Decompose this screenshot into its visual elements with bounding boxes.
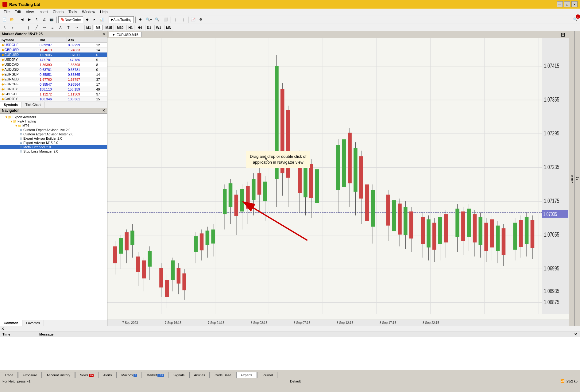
terminal-right-close[interactable]: ✕: [574, 332, 577, 336]
close-button[interactable]: ✕: [571, 1, 578, 7]
folder-icon: ▼📁: [5, 115, 12, 119]
timeframe-W1[interactable]: W1: [154, 25, 163, 30]
nav-item[interactable]: ⚙Custom Expert Advisor Tester 2.0: [0, 132, 107, 136]
market-watch-row[interactable]: ◆GBPUSD 1.24619 1.24633 14: [0, 48, 107, 52]
market-watch-row[interactable]: ◆USDCHF 0.89287 0.89299 12: [0, 43, 107, 48]
new-chart-btn[interactable]: 📄: [1, 16, 8, 23]
market-watch-row[interactable]: ◆EURAUD 1.67760 1.67797 37: [0, 77, 107, 82]
menu-view[interactable]: View: [23, 9, 36, 15]
zoom-in-btn[interactable]: 🔍+: [145, 16, 153, 23]
terminal-tab-trade[interactable]: Trade: [0, 372, 18, 378]
text-tool[interactable]: A: [57, 24, 64, 31]
menu-help[interactable]: Help: [98, 9, 110, 15]
open-btn[interactable]: 📂: [9, 16, 15, 23]
market-watch-row[interactable]: ◆AUDUSD 0.63781 0.63781 0: [0, 67, 107, 72]
forward-btn[interactable]: ▶: [26, 16, 33, 23]
text2-tool[interactable]: T: [65, 24, 72, 31]
crosshair-btn[interactable]: ⊕: [137, 16, 144, 23]
market-watch-row[interactable]: ◆EURUSD 1.07005 1.07011 6: [0, 52, 107, 57]
terminal-tab-signals[interactable]: Signals: [169, 372, 189, 378]
menu-tools[interactable]: Tools: [66, 9, 79, 15]
timeframe-M30[interactable]: M30: [115, 25, 125, 30]
terminal-tab-market[interactable]: Market153: [142, 372, 168, 378]
market-watch-row[interactable]: ◆EURGBP 0.85851 0.85865 14: [0, 72, 107, 77]
new-order-btn[interactable]: 🔖 New Order: [58, 16, 83, 23]
market-watch-table: Symbol Bid Ask ! ◆USDCHF 0.89287 0.89299…: [0, 37, 107, 102]
timeframe-M15[interactable]: M15: [104, 25, 114, 30]
menu-charts[interactable]: Charts: [50, 9, 66, 15]
screenshot-btn[interactable]: 📷: [48, 16, 55, 23]
print-btn[interactable]: 🖨: [41, 16, 48, 23]
pen-tool[interactable]: ✏: [41, 24, 48, 31]
buy-btn[interactable]: ◆: [84, 16, 91, 23]
chart-maximize-btn[interactable]: ⊟: [561, 31, 565, 38]
settings-btn[interactable]: ⚙: [197, 16, 204, 23]
terminal-close-btn[interactable]: ✕: [1, 327, 4, 331]
line-tool[interactable]: ╱: [33, 24, 40, 31]
timeframe-M5[interactable]: M5: [94, 25, 102, 30]
terminal-tab-exposure[interactable]: Exposure: [18, 372, 41, 378]
timeframe-D1[interactable]: D1: [145, 25, 153, 30]
tester-panel[interactable]: Tester: [569, 31, 574, 326]
tab-symbols[interactable]: Symbols: [0, 102, 22, 108]
nav-item[interactable]: ⚙Custom Expert Advisor Live 2.0: [0, 128, 107, 132]
terminal-tab-mailbox[interactable]: Mailbox6: [117, 372, 142, 378]
nav-item[interactable]: ⚙Expert Advisor M15 2.0: [0, 141, 107, 145]
terminal-tab-articles[interactable]: Articles: [189, 372, 210, 378]
terminal-tab-news[interactable]: News99: [75, 372, 99, 378]
menu-file[interactable]: File: [1, 9, 12, 15]
terminal-tab-experts[interactable]: Experts: [236, 372, 257, 378]
chart-canvas[interactable]: 1.07415 1.07355 1.07295 1.07235 1.07175 …: [107, 38, 569, 320]
timeframe-MN[interactable]: MN: [164, 25, 173, 30]
vline-tool[interactable]: |: [25, 24, 32, 31]
market-watch-row[interactable]: ◆USDCAD 1.36390 1.36398 8: [0, 62, 107, 67]
nav-item[interactable]: ▼📁MT4: [0, 123, 107, 128]
market-watch-row[interactable]: ◆EURJPY 158.110 158.159 49: [0, 87, 107, 92]
timeframe-M1[interactable]: M1: [84, 25, 93, 30]
menu-window[interactable]: Window: [79, 9, 98, 15]
tab-label: Articles: [194, 373, 205, 377]
nav-item[interactable]: ▼📁Expert Advisors: [0, 115, 107, 119]
market-watch-row[interactable]: ◆EURCHF 0.95547 0.95564 17: [0, 82, 107, 87]
menu-edit[interactable]: Edit: [12, 9, 23, 15]
market-watch-close[interactable]: ✕: [102, 32, 105, 36]
autotrading-btn[interactable]: ▶ AutoTrading: [109, 16, 134, 23]
arrow-tool[interactable]: ↖: [1, 24, 8, 31]
se-panel[interactable]: Se: [574, 31, 580, 326]
maximize-button[interactable]: □: [564, 1, 570, 7]
crosshair-tool[interactable]: +: [9, 24, 16, 31]
period-sep2-btn[interactable]: |: [180, 16, 187, 23]
nav-tab-favorites[interactable]: Favorites: [22, 320, 44, 326]
indicator-btn[interactable]: 📈: [190, 16, 197, 23]
nav-item[interactable]: ⚙Expert Advisor Builder 2.0: [0, 136, 107, 141]
history-btn[interactable]: 📊: [99, 16, 105, 23]
hline-tool[interactable]: —: [17, 24, 24, 31]
tab-tick-chart[interactable]: Tick Chart: [22, 102, 45, 108]
terminal-tab-account-history[interactable]: Account History: [42, 372, 75, 378]
nav-tab-common[interactable]: Common: [0, 320, 22, 326]
market-watch-row[interactable]: ◆USDJPY 147.781 147.786 5: [0, 57, 107, 62]
fit-btn[interactable]: ⬜: [162, 16, 169, 23]
terminal-tab-journal[interactable]: Journal: [257, 372, 277, 378]
nav-item[interactable]: ⚙Meta Extender 2.0: [0, 145, 107, 149]
sell-btn[interactable]: ▸: [91, 16, 98, 23]
chart-tab-eurusd[interactable]: ▼ EURUSD,M15: [109, 32, 142, 37]
fibonacci-tool[interactable]: ≡: [49, 24, 56, 31]
menu-insert[interactable]: Insert: [36, 9, 50, 15]
chart-tab-arrow: ▼: [112, 33, 115, 37]
minimize-button[interactable]: —: [557, 1, 563, 7]
nav-item[interactable]: ⚙Stop Loss Manager 2.0: [0, 149, 107, 153]
timeframe-H4[interactable]: H4: [136, 25, 144, 30]
period-sep-btn[interactable]: |: [172, 16, 179, 23]
zoom-out-btn[interactable]: 🔍-: [154, 16, 162, 23]
refresh-btn[interactable]: ↻: [33, 16, 40, 23]
arrow-draw-tool[interactable]: ⇒: [73, 24, 80, 31]
navigator-close[interactable]: ✕: [102, 108, 105, 113]
nav-item[interactable]: ▼📁FEA Trading: [0, 119, 107, 123]
market-watch-row[interactable]: ◆CADJPY 108.346 108.361 15: [0, 97, 107, 102]
terminal-tab-alerts[interactable]: Alerts: [99, 372, 116, 378]
back-btn[interactable]: ◀: [19, 16, 25, 23]
market-watch-row[interactable]: ◆GBPCHF 1.11272 1.11309 37: [0, 92, 107, 97]
terminal-tab-code-base[interactable]: Code Base: [210, 372, 236, 378]
timeframe-H1[interactable]: H1: [126, 25, 134, 30]
